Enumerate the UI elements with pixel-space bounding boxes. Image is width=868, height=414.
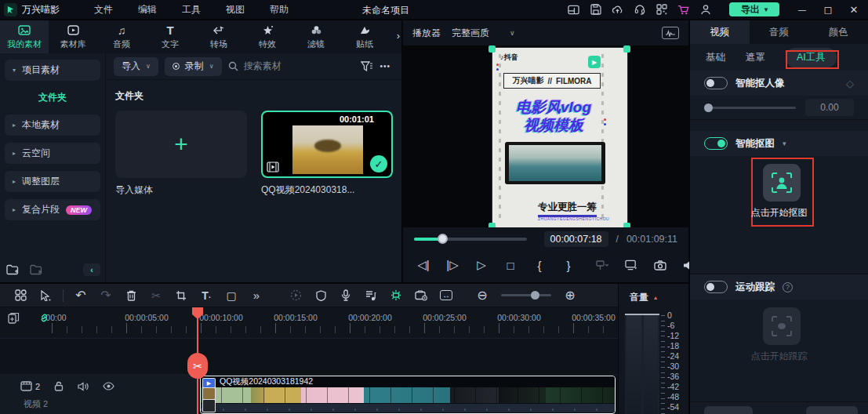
save-icon[interactable] [590,4,601,16]
tab-text[interactable]: T 文字 [146,20,194,53]
delete-folder-icon[interactable] [30,264,42,275]
cloud-upload-icon[interactable] [612,4,623,16]
support-headset-icon[interactable] [634,4,645,16]
portrait-matting-toggle[interactable] [704,77,728,89]
sidebar-item-cloud[interactable]: ▸ 云空间 [5,143,100,164]
start-matting-button[interactable] [763,164,801,202]
mask-tool-icon[interactable]: ▢ [219,289,244,302]
tab-color[interactable]: 颜色 [808,20,868,44]
sidebar-item-folder[interactable]: 文件夹 [5,88,100,107]
tab-video[interactable]: 视频 [690,20,750,44]
select-tool-icon[interactable] [33,290,58,301]
crop-icon[interactable] [169,290,194,301]
render-preview-icon[interactable] [283,289,308,301]
more-tools-icon[interactable]: » [244,289,269,302]
hide-track-icon[interactable] [103,382,114,390]
search-input[interactable]: 搜索素材 [228,60,355,73]
timeline-ruler[interactable]: :00:00 00:00:05:00 00:00:10:00 00:00:15:… [0,307,618,339]
import-button[interactable]: 导入 ∨ [114,57,158,76]
text-tool-icon[interactable]: T. [194,289,219,302]
tab-audio[interactable]: ♫ 音频 [97,20,146,53]
filter-icon[interactable] [361,61,373,71]
record-button[interactable]: 录制 ∨ [165,57,222,76]
mark-out-button[interactable]: } [562,259,575,272]
play-button[interactable]: ▷ [475,258,488,272]
scopes-icon[interactable] [662,27,679,39]
seek-handle[interactable] [438,234,448,244]
help-icon[interactable]: ? [783,282,793,292]
cutoff-button-left[interactable] [704,406,753,414]
tab-stickers[interactable]: 贴纸 [340,20,389,53]
tabs-scroll-right-icon[interactable]: › [397,30,400,42]
zoom-out-icon[interactable]: ⊖ [470,288,495,303]
sidebar-item-local-media[interactable]: ▸ 本地素材 [5,114,100,136]
track-manager-icon[interactable] [8,289,33,301]
new-folder-icon[interactable] [6,264,19,275]
menu-help[interactable]: 帮助 [257,3,301,16]
subtab-basic[interactable]: 基础 [706,51,725,64]
motion-tracking-toggle[interactable] [704,281,728,293]
tab-filters[interactable]: 滤镜 [292,20,340,53]
smart-matting-toggle[interactable] [704,137,728,150]
export-dropdown-icon[interactable]: ▾ [764,5,768,13]
shopping-cart-icon[interactable] [677,4,689,16]
import-media-card[interactable]: + [115,111,247,178]
minimize-button[interactable]: — [793,5,812,14]
stop-button[interactable]: □ [504,259,517,272]
undo-icon[interactable]: ↶ [68,288,93,303]
collapse-sidebar-button[interactable]: ‹ [83,263,100,276]
next-frame-button[interactable]: |▷ [446,258,459,272]
user-account-icon[interactable] [699,4,711,16]
quick-split-scissors-button[interactable]: ✂ [187,353,208,379]
smart-cut-icon[interactable] [383,289,409,301]
portrait-strength-value[interactable]: 0.00 [805,99,854,116]
more-options-icon[interactable]: ••• [380,62,390,71]
selection-handle[interactable] [488,223,496,227]
split-scissors-icon[interactable]: ✂ [143,289,169,302]
tab-stock-media[interactable]: 素材库 [49,20,97,53]
sidebar-item-compound-clip[interactable]: ▸ 复合片段 NEW [5,199,100,220]
keyframe-diamond-icon[interactable]: ◇ [846,78,854,89]
menu-file[interactable]: 文件 [82,3,125,16]
tab-audio-settings[interactable]: 音频 [750,20,809,44]
preview-viewport[interactable]: ♪抖音 ▶ 万兴喵影 // FILMORA 电影风vlog 视频模板 专业更胜一… [403,45,688,227]
timeline-zoom-slider[interactable] [501,294,551,296]
auto-ripple-icon[interactable]: ↔ [434,290,459,300]
redo-icon[interactable]: ↷ [93,288,118,303]
empty-track-lane[interactable] [0,339,618,375]
slider-handle[interactable] [704,104,713,112]
tab-transitions[interactable]: 转场 [194,20,243,53]
zoom-slider-handle[interactable] [531,291,539,300]
media-clip-card[interactable]: 00:01:01 ✓ [261,111,393,178]
export-button[interactable]: 导出 ▾ [729,2,779,16]
subtab-mask[interactable]: 遮罩 [746,51,765,64]
close-button[interactable]: ✕ [844,4,863,16]
paste-attributes-icon[interactable] [8,312,20,324]
delete-icon[interactable] [118,290,143,301]
cutoff-button-right[interactable] [806,406,858,414]
chevron-down-icon[interactable]: ▾ [783,140,786,147]
marker-shield-icon[interactable] [308,290,333,301]
link-clips-icon[interactable] [38,312,50,324]
selection-handle[interactable] [623,45,630,53]
menu-edit[interactable]: 编辑 [125,3,169,16]
marker-button[interactable] [596,260,608,271]
preview-seek-bar[interactable] [414,238,527,241]
sidebar-item-project-media[interactable]: ▾ 项目素材 [5,60,100,81]
tab-effects[interactable]: 特效 [243,20,292,53]
preview-quality-icon[interactable] [409,290,434,301]
audio-mixer-icon[interactable] [358,290,383,301]
sidebar-item-adjustment-layer[interactable]: ▸ 调整图层 [5,171,100,192]
maximize-button[interactable]: ◻ [819,4,837,16]
menu-view[interactable]: 视图 [213,3,257,16]
screen-mirror-icon[interactable] [656,4,667,16]
mute-track-icon[interactable] [78,382,89,391]
lock-track-icon[interactable] [54,381,64,391]
volume-collapse-icon[interactable]: ▴ [654,294,657,301]
timeline-clip[interactable]: QQ视频20240303181942 ▶ [200,376,616,414]
portrait-strength-slider[interactable] [704,107,796,109]
quality-select[interactable]: 完整画质 ∨ [452,27,515,40]
snapshot-button[interactable] [654,260,666,271]
compare-view-button[interactable] [625,260,637,271]
voiceover-mic-icon[interactable] [333,289,358,301]
